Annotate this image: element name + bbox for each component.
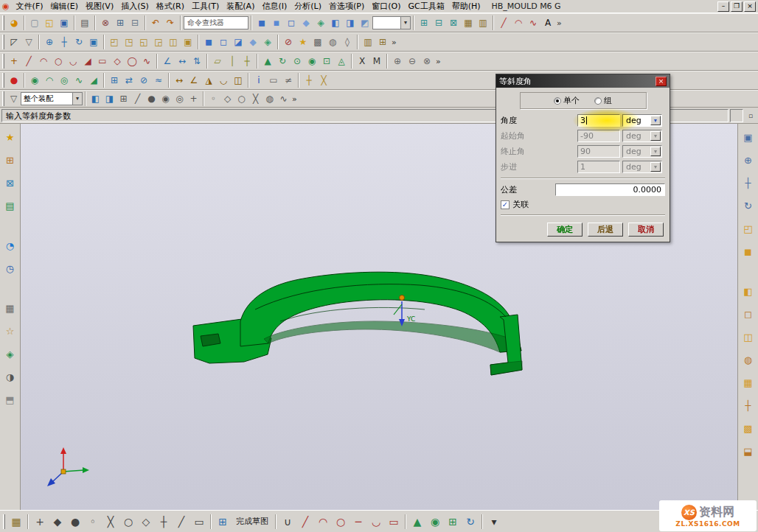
orient-view-icon[interactable]: ◰ — [740, 220, 757, 237]
touch-mode-icon[interactable]: ★ — [2, 129, 18, 145]
history-palette-icon[interactable]: ◷ — [2, 260, 18, 276]
measure-distance-icon[interactable]: ↔ — [172, 73, 187, 88]
palette-icon[interactable]: ▦ — [7, 513, 25, 531]
toolbar-grip[interactable] — [3, 514, 5, 529]
view-manager-icon[interactable]: ▥ — [476, 15, 490, 30]
ok-button[interactable]: 确定 — [547, 223, 583, 237]
command-finder-input[interactable]: 命令查找器 — [184, 16, 248, 29]
roles-icon[interactable]: ◑ — [2, 368, 18, 385]
right-view-icon[interactable]: ◫ — [166, 35, 181, 49]
grid-snap-icon[interactable]: ⊞ — [214, 513, 232, 531]
datum-plane-icon[interactable]: ▱ — [210, 54, 225, 69]
toolbar-overflow-icon[interactable]: » — [557, 18, 562, 28]
menu-item-7[interactable]: 信息(I) — [258, 0, 291, 13]
cut-icon[interactable]: ⊗ — [98, 15, 113, 30]
info-icon[interactable]: i — [251, 73, 266, 88]
chevron-down-icon[interactable]: ▾ — [72, 93, 82, 105]
arc-draw-icon[interactable]: ◠ — [314, 513, 332, 531]
associative-checkbox[interactable]: ✓ — [501, 200, 510, 209]
line-draw-icon[interactable]: ╱ — [296, 513, 314, 531]
wireframe-icon[interactable]: ◻ — [216, 35, 231, 49]
maximize-button[interactable]: ❐ — [731, 1, 743, 12]
move-wcs-icon[interactable]: ╳ — [316, 73, 331, 88]
draft-icon[interactable]: ◢ — [86, 73, 101, 88]
open-icon[interactable]: ◱ — [42, 15, 57, 30]
revolve-icon[interactable]: ↻ — [275, 54, 290, 69]
hidden-edge-icon[interactable]: ◪ — [231, 35, 246, 49]
toolbar-grip[interactable] — [2, 73, 4, 88]
arc-center-icon[interactable]: ○ — [119, 513, 137, 531]
dimension-icon[interactable]: ↔ — [175, 54, 190, 69]
more-tools-icon[interactable]: ▾ — [485, 513, 503, 531]
render-style-icon[interactable]: ◼ — [740, 243, 757, 259]
start-menu-icon[interactable]: ◕ — [7, 15, 21, 30]
hole-icon[interactable]: ⊙ — [290, 54, 305, 69]
constraints-icon[interactable]: ⇅ — [190, 54, 204, 69]
studio-icon[interactable]: ◆ — [246, 35, 260, 49]
menu-item-4[interactable]: 格式(R) — [153, 0, 188, 13]
intersection-icon[interactable]: ╳ — [102, 513, 119, 531]
toolbar-overflow-icon[interactable]: » — [292, 94, 297, 104]
rotate-tool-icon[interactable]: ↻ — [462, 513, 479, 531]
highlight-icon[interactable]: ◨ — [102, 92, 117, 106]
back-button[interactable]: 后退 — [588, 223, 623, 237]
section-clip-icon[interactable]: ◫ — [740, 329, 757, 345]
toolbar-grip[interactable] — [2, 54, 4, 69]
fit-window-icon[interactable]: ▣ — [740, 129, 757, 145]
face-analysis-icon[interactable]: ◈ — [313, 15, 328, 30]
chevron-down-icon[interactable]: ▾ — [400, 17, 410, 29]
grid-tool-icon[interactable]: ▩ — [740, 420, 757, 436]
u-curve-icon[interactable]: ∪ — [279, 513, 296, 531]
tile-windows-icon[interactable]: ⊠ — [446, 15, 461, 30]
fillet-icon[interactable]: ◡ — [66, 54, 80, 69]
ellipse-icon[interactable]: ◯ — [125, 54, 139, 69]
tolerance-input[interactable]: 0.0000 — [555, 183, 665, 196]
datum-axis-icon[interactable]: │ — [225, 54, 240, 69]
spline-tool-icon[interactable]: ∿ — [139, 54, 154, 69]
rectangle-draw-icon[interactable]: ▭ — [385, 513, 403, 531]
existing-point-icon[interactable]: ┼ — [155, 513, 173, 531]
internet-explorer-icon[interactable]: ◔ — [2, 237, 18, 253]
menu-item-12[interactable]: 帮助(H) — [448, 0, 484, 13]
rotate-view-icon[interactable]: ↻ — [72, 35, 86, 49]
rectangle-icon[interactable]: ▭ — [95, 54, 110, 69]
xc-plane-icon[interactable]: X — [355, 54, 369, 69]
pattern-feature-icon[interactable]: ⊞ — [107, 73, 122, 88]
body-select-icon[interactable]: ◉ — [159, 92, 173, 106]
circle-draw-icon[interactable]: ○ — [332, 513, 350, 531]
isometric-view-icon[interactable]: ◳ — [122, 35, 136, 49]
end-point-icon[interactable]: ◆ — [49, 513, 66, 531]
angle-unit-dropdown[interactable]: deg ▾ — [622, 114, 662, 127]
vertex-select-icon[interactable]: ● — [145, 92, 159, 106]
wireframe-mode-icon[interactable]: ◻ — [740, 306, 757, 322]
chevron-down-icon[interactable]: ▾ — [650, 116, 661, 125]
back-view-icon[interactable]: ▣ — [181, 35, 195, 49]
shaded-view-icon[interactable]: ◾ — [269, 15, 284, 30]
trim-body-icon[interactable]: ⊘ — [136, 73, 151, 88]
dialog-rail-anchor-icon[interactable]: ▫ — [745, 110, 757, 122]
lights-icon[interactable]: ★ — [296, 35, 310, 49]
menu-item-2[interactable]: 视图(V) — [82, 0, 117, 13]
line-icon[interactable]: ╱ — [496, 15, 511, 30]
extrude-tool-icon[interactable]: ▲ — [408, 513, 426, 531]
process-studio-icon[interactable]: ☆ — [2, 323, 18, 339]
snapshot-icon[interactable]: ◍ — [325, 35, 340, 49]
pattern-tool-icon[interactable]: ⊞ — [444, 513, 462, 531]
toolbar-overflow-icon[interactable]: » — [436, 57, 441, 66]
save-icon[interactable]: ▣ — [57, 15, 72, 30]
boundary-icon[interactable]: ▭ — [266, 73, 281, 88]
shaded-icon[interactable]: ◼ — [201, 35, 216, 49]
front-view-icon[interactable]: ◲ — [151, 35, 166, 49]
paste-icon[interactable]: ⊟ — [128, 15, 142, 30]
system-materials-icon[interactable]: ▦ — [2, 300, 18, 316]
new-window-icon[interactable]: ⊞ — [417, 15, 431, 30]
text-icon[interactable]: A — [540, 15, 555, 30]
midpoint-snap-icon[interactable]: ◇ — [220, 92, 234, 106]
layer-tool-icon[interactable]: ▦ — [740, 374, 757, 391]
part-navigator-icon[interactable]: ▤ — [2, 197, 18, 214]
datum-csys-icon[interactable]: ┼ — [240, 54, 254, 69]
zoom-icon[interactable]: ⊕ — [42, 35, 57, 49]
minimize-button[interactable]: – — [717, 1, 729, 12]
radio-single[interactable]: 单个 — [554, 95, 580, 106]
redo-icon[interactable]: ↷ — [163, 15, 178, 30]
